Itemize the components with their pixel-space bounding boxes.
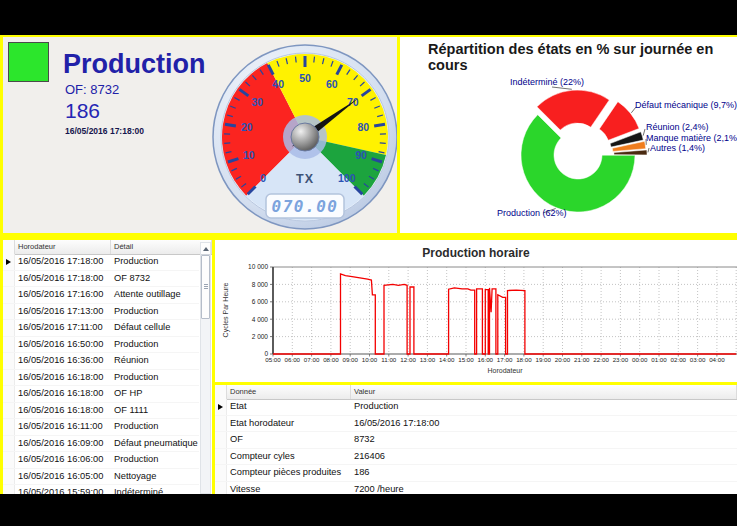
table-row[interactable]: 16/05/2016 16:06:00Production: [3, 452, 199, 469]
cell[interactable]: 16/05/2016 16:06:00: [15, 452, 111, 468]
svg-text:02:00: 02:00: [671, 356, 687, 363]
cell[interactable]: 16/05/2016 17:18:00: [15, 271, 111, 287]
table-row[interactable]: 16/05/2016 17:18:00OF 8732: [3, 271, 199, 288]
table-row[interactable]: 16/05/2016 16:18:00OF 1111: [3, 403, 199, 420]
row-selector[interactable]: [3, 337, 15, 353]
events-table-header: Horodateur Détail: [3, 240, 212, 255]
table-row[interactable]: 16/05/2016 16:18:00OF HP: [3, 386, 199, 403]
cell[interactable]: Compteur cyles: [227, 449, 351, 465]
table-row[interactable]: 16/05/2016 16:11:00Production: [3, 419, 199, 436]
table-row[interactable]: 16/05/2016 15:59:00Indéterminé: [3, 485, 199, 494]
cell[interactable]: 186: [351, 465, 737, 481]
cell[interactable]: 16/05/2016 17:13:00: [15, 304, 111, 320]
row-selector[interactable]: [3, 436, 15, 452]
cell[interactable]: 16/05/2016 17:18:00: [351, 416, 737, 432]
table-row[interactable]: Etat horodateur16/05/2016 17:18:00: [215, 416, 737, 433]
table-row[interactable]: 16/05/2016 16:05:00Nettoyage: [3, 469, 199, 486]
table-row[interactable]: OF8732: [215, 432, 737, 449]
machine-status-panel: Production OF: 8732 186 16/05/2016 17:18…: [3, 37, 397, 233]
cell[interactable]: Production: [111, 370, 199, 386]
cell[interactable]: Production: [111, 304, 199, 320]
table-row[interactable]: 16/05/2016 17:11:00Défaut cellule: [3, 320, 199, 337]
scroll-thumb[interactable]: [201, 255, 210, 319]
cell[interactable]: 16/05/2016 16:18:00: [15, 403, 111, 419]
row-selector[interactable]: [3, 271, 15, 287]
cell[interactable]: Vitesse: [227, 482, 351, 495]
cell[interactable]: Défaut cellule: [111, 320, 199, 336]
states-donut-chart: Indéterminé (22%)Défaut mécanique (9,7%)…: [400, 37, 737, 233]
row-selector[interactable]: [215, 449, 227, 465]
svg-text:04:00: 04:00: [709, 356, 725, 363]
cell[interactable]: 16/05/2016 16:36:00: [15, 353, 111, 369]
cell[interactable]: OF HP: [111, 386, 199, 402]
table-row[interactable]: 16/05/2016 17:16:00Attente outillage: [3, 287, 199, 304]
table-row[interactable]: 16/05/2016 16:50:00Production: [3, 337, 199, 354]
cell[interactable]: 16/05/2016 16:18:00: [15, 370, 111, 386]
cell[interactable]: 16/05/2016 16:11:00: [15, 419, 111, 435]
cell[interactable]: 7200 /heure: [351, 482, 737, 495]
cell[interactable]: Production: [111, 254, 199, 270]
row-selector[interactable]: [3, 370, 15, 386]
cell[interactable]: 16/05/2016 15:59:00: [15, 485, 111, 494]
cell[interactable]: Etat horodateur: [227, 416, 351, 432]
cell[interactable]: 16/05/2016 16:09:00: [15, 436, 111, 452]
cell[interactable]: 16/05/2016 17:18:00: [15, 254, 111, 270]
cell[interactable]: 8732: [351, 432, 737, 448]
cell[interactable]: Production: [111, 337, 199, 353]
table-row[interactable]: Compteur cyles216406: [215, 449, 737, 466]
row-selector[interactable]: [215, 399, 227, 415]
cell[interactable]: OF: [227, 432, 351, 448]
row-selector[interactable]: [3, 353, 15, 369]
svg-text:19:00: 19:00: [535, 356, 551, 363]
cell[interactable]: 16/05/2016 16:18:00: [15, 386, 111, 402]
cell[interactable]: 16/05/2016 17:11:00: [15, 320, 111, 336]
table-row[interactable]: Compteur pièces produites186: [215, 465, 737, 482]
column-header-detail[interactable]: Détail: [111, 240, 212, 254]
table-row[interactable]: EtatProduction: [215, 399, 737, 416]
cell[interactable]: Indéterminé: [111, 485, 199, 494]
table-row[interactable]: 16/05/2016 16:36:00Réunion: [3, 353, 199, 370]
cell[interactable]: Production: [111, 452, 199, 468]
row-selector[interactable]: [3, 419, 15, 435]
row-selector[interactable]: [3, 304, 15, 320]
cell[interactable]: Production: [351, 399, 737, 415]
row-selector[interactable]: [3, 485, 15, 494]
table-row[interactable]: 16/05/2016 16:18:00Production: [3, 370, 199, 387]
row-selector[interactable]: [215, 465, 227, 481]
svg-text:12:00: 12:00: [400, 356, 416, 363]
table-row[interactable]: Vitesse7200 /heure: [215, 482, 737, 495]
cell[interactable]: Etat: [227, 399, 351, 415]
table-row[interactable]: 16/05/2016 17:18:00Production: [3, 254, 199, 271]
cell[interactable]: OF 8732: [111, 271, 199, 287]
cell[interactable]: Réunion: [111, 353, 199, 369]
cell[interactable]: OF 1111: [111, 403, 199, 419]
row-selector[interactable]: [3, 287, 15, 303]
row-selector[interactable]: [3, 320, 15, 336]
table-row[interactable]: 16/05/2016 17:13:00Production: [3, 304, 199, 321]
row-selector[interactable]: [3, 254, 15, 270]
events-scrollbar[interactable]: [200, 242, 211, 494]
cell[interactable]: Défaut pneumatique: [111, 436, 199, 452]
cell[interactable]: 16/05/2016 16:50:00: [15, 337, 111, 353]
svg-text:2 000: 2 000: [252, 333, 269, 340]
row-selector[interactable]: [3, 403, 15, 419]
scroll-up-button[interactable]: [201, 243, 210, 255]
column-header-valeur[interactable]: Valeur: [351, 385, 737, 399]
svg-text:01:00: 01:00: [651, 356, 667, 363]
cell[interactable]: Compteur pièces produites: [227, 465, 351, 481]
row-selector[interactable]: [215, 432, 227, 448]
cell[interactable]: Nettoyage: [111, 469, 199, 485]
column-header-donnee[interactable]: Donnée: [227, 385, 351, 399]
table-row[interactable]: 16/05/2016 16:09:00Défaut pneumatique: [3, 436, 199, 453]
cell[interactable]: Attente outillage: [111, 287, 199, 303]
cell[interactable]: 16/05/2016 16:05:00: [15, 469, 111, 485]
row-selector[interactable]: [3, 469, 15, 485]
row-selector[interactable]: [215, 416, 227, 432]
column-header-horodateur[interactable]: Horodateur: [15, 240, 111, 254]
row-selector[interactable]: [3, 386, 15, 402]
row-selector[interactable]: [3, 452, 15, 468]
cell[interactable]: Production: [111, 419, 199, 435]
cell[interactable]: 16/05/2016 17:16:00: [15, 287, 111, 303]
row-selector[interactable]: [215, 482, 227, 495]
cell[interactable]: 216406: [351, 449, 737, 465]
